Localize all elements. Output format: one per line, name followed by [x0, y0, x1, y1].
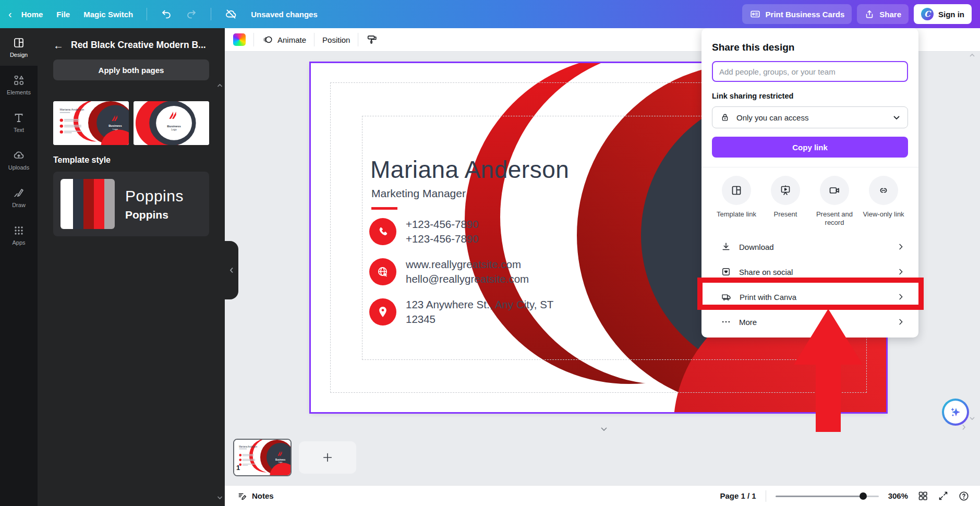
sidebar-item-elements[interactable]: Elements — [0, 66, 38, 103]
canva-logo: C — [921, 8, 934, 20]
zoom-slider[interactable] — [776, 492, 879, 500]
animate-label: Animate — [277, 35, 306, 44]
divider — [147, 8, 147, 20]
animate-button[interactable]: Animate — [262, 34, 306, 45]
panel-scroll-down-icon[interactable] — [217, 496, 223, 500]
card-phone-2: +123-456-7890 — [406, 232, 479, 246]
fullscreen-icon[interactable] — [938, 490, 949, 501]
share-menu: Download Share on social Print with Canv… — [712, 234, 908, 334]
template-page-1-thumbnail[interactable]: Business Logo Mariana Anderson — [53, 101, 129, 145]
svg-text:Mariana Anderson: Mariana Anderson — [239, 445, 257, 448]
canva-editor: ‹ Home File Magic Switch Unsaved changes — [0, 0, 980, 506]
print-business-cards-button[interactable]: Print Business Cards — [742, 4, 852, 24]
notes-icon — [237, 491, 248, 501]
access-select[interactable]: Only you can access — [712, 106, 908, 128]
share-on-social-menu-item[interactable]: Share on social — [712, 259, 908, 284]
card-address-row[interactable]: 123 Anywhere St., Any City, ST 12345 — [369, 297, 553, 327]
home-menu[interactable]: Home — [21, 10, 43, 19]
file-menu[interactable]: File — [56, 10, 70, 19]
canvas-scroll-right-icon[interactable] — [962, 424, 966, 430]
position-button[interactable]: Position — [322, 35, 350, 44]
sidebar-item-draw[interactable]: Draw — [0, 178, 38, 216]
card-website: www.reallygreatsite.com — [406, 257, 529, 272]
page-1-thumbnail[interactable]: Business Logo Mariana Anderson — [233, 439, 292, 476]
magic-switch-menu[interactable]: Magic Switch — [83, 10, 133, 19]
more-menu-item[interactable]: More — [712, 309, 908, 334]
svg-text:Logo: Logo — [113, 128, 118, 130]
chevron-right-icon — [897, 243, 905, 251]
apply-both-pages-button[interactable]: Apply both pages — [53, 59, 209, 80]
divider — [701, 167, 918, 167]
card-address-2: 12345 — [406, 312, 553, 327]
panel-back-arrow-icon[interactable]: ← — [53, 40, 64, 51]
chevron-right-icon — [897, 318, 905, 326]
sidebar-item-text[interactable]: Text — [0, 103, 38, 141]
share-button[interactable]: Share — [857, 4, 909, 24]
download-menu-item[interactable]: Download — [712, 234, 908, 259]
business-card-icon — [749, 8, 761, 20]
notes-button[interactable]: Notes — [237, 491, 274, 501]
card-accent-line — [371, 207, 397, 210]
share-panel-title: Share this design — [712, 42, 908, 53]
color-palette-swatch — [61, 179, 115, 229]
card-phone-1: +123-456-7890 — [406, 217, 479, 232]
sidebar-item-uploads[interactable]: Uploads — [0, 141, 38, 178]
present-action[interactable]: Present — [761, 176, 810, 227]
unsaved-changes-label: Unsaved changes — [251, 10, 318, 19]
divider — [358, 33, 358, 46]
zoom-slider-thumb[interactable] — [860, 492, 867, 500]
print-with-canva-menu-item[interactable]: Print with Canva — [712, 284, 908, 309]
background-color-swatch[interactable] — [233, 33, 246, 46]
link-sharing-label: Link sharing restricted — [712, 92, 908, 100]
template-panel: ← Red Black Creative Modern B... Apply b… — [38, 28, 225, 506]
help-icon[interactable] — [958, 490, 970, 502]
svg-text:Business: Business — [275, 459, 286, 461]
position-label: Position — [322, 35, 350, 44]
share-panel: Share this design Link sharing restricte… — [701, 28, 918, 338]
panel-scroll-up-icon[interactable] — [217, 83, 223, 88]
paint-roller-button[interactable] — [366, 34, 378, 45]
panel-collapse-handle[interactable] — [225, 241, 238, 299]
chevron-right-icon — [897, 293, 905, 301]
filmstrip-collapse-handle[interactable] — [594, 425, 614, 433]
sign-in-button[interactable]: C Sign in — [914, 4, 972, 24]
card-role-text[interactable]: Marketing Manager — [371, 187, 466, 200]
template-link-icon — [722, 176, 751, 205]
undo-icon[interactable] — [161, 8, 172, 20]
view-only-link-action[interactable]: View-only link — [859, 176, 908, 227]
notes-label: Notes — [252, 491, 274, 500]
page-indicator: Page 1 / 1 — [720, 491, 756, 500]
svg-text:Logo: Logo — [171, 128, 177, 131]
design-icon — [13, 37, 25, 49]
assistant-button[interactable] — [942, 399, 969, 426]
sidebar-item-apps[interactable]: Apps — [0, 216, 38, 254]
canvas-scroll-down-icon[interactable] — [969, 416, 975, 420]
page-number-label: 1 — [236, 464, 240, 472]
redo-icon[interactable] — [186, 8, 197, 20]
back-chevron-icon[interactable]: ‹ — [8, 8, 12, 20]
template-page-2-thumbnail[interactable]: Business Logo — [134, 101, 209, 145]
card-name-text[interactable]: Mariana Anderson — [370, 155, 569, 184]
font-preview-bold: Poppins — [125, 209, 184, 221]
video-camera-icon — [820, 176, 849, 205]
template-link-action[interactable]: Template link — [712, 176, 761, 227]
divider — [211, 8, 211, 20]
copy-link-button[interactable]: Copy link — [712, 137, 908, 158]
present-and-record-action[interactable]: Present and record — [810, 176, 859, 227]
sign-in-label: Sign in — [938, 10, 964, 19]
grid-view-icon[interactable] — [917, 490, 928, 501]
template-style-card[interactable]: Poppins Poppins — [53, 172, 209, 236]
card-web-row[interactable]: www.reallygreatsite.com hello@reallygrea… — [369, 257, 529, 286]
card-phone-row[interactable]: +123-456-7890 +123-456-7890 — [369, 217, 479, 246]
sidebar-item-design[interactable]: Design — [0, 28, 38, 66]
add-page-button[interactable] — [299, 441, 356, 474]
divider — [314, 33, 314, 46]
svg-text:Logo: Logo — [279, 461, 282, 463]
divider — [766, 490, 766, 502]
share-people-input[interactable] — [712, 61, 908, 82]
chevron-right-icon — [897, 268, 905, 276]
access-select-value: Only you can access — [736, 113, 887, 122]
top-bar: ‹ Home File Magic Switch Unsaved changes — [0, 0, 980, 28]
globe-icon — [369, 258, 396, 285]
canvas-scroll-up-icon[interactable] — [969, 53, 975, 57]
